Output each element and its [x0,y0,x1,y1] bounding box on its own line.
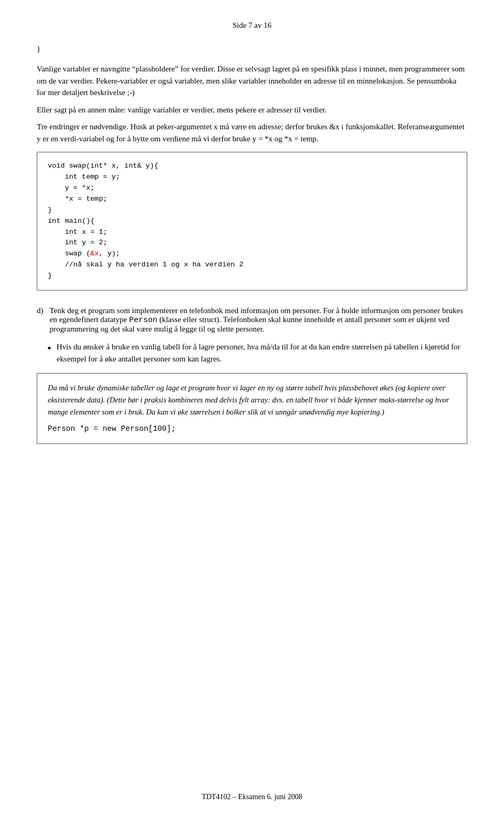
code-line-8: int y = 2; [48,237,456,249]
section-d-label: d) Tenk deg et program som implementerer… [37,306,467,334]
bullet-text: Hvis du ønsker å bruke en vanlig tabell … [57,341,467,366]
code-red-ampersand: &x [90,250,99,257]
code-line-5: } [48,205,456,216]
code-line-4: *x = temp; [48,194,456,205]
code-line-7: int x = 1; [48,227,456,238]
page-header: Side 7 av 16 [37,21,467,30]
intro-paragraph-1: Vanlige variabler er navngitte “plasshol… [37,63,467,99]
italic-box: Da må vi bruke dynamiske tabeller og lag… [37,373,467,444]
page-footer: TDT4102 – Eksamen 6. juni 2008 [0,793,504,801]
footer-text: TDT4102 – Eksamen 6. juni 2008 [202,793,302,801]
intro-paragraph-2: Eller sagt på en annen måte: vanlige var… [37,104,467,116]
code-line-9: swap (&x, y); [48,249,456,260]
italic-box-last-line: Person *p = new Person[100]; [48,422,456,435]
section-d-text: Tenk deg et program som implementerer en… [50,306,468,334]
closing-brace: } [37,45,467,54]
code-line-6: int main(){ [48,216,456,227]
italic-box-main-text: Da må vi bruke dynamiske tabeller og lag… [48,382,456,419]
section-d-code-word: Person [129,316,158,325]
section-d: d) Tenk deg et program som implementerer… [37,306,467,444]
code-line-2: int temp = y; [48,172,456,183]
intro-text: Vanlige variabler er navngitte “plasshol… [37,63,467,144]
intro-paragraph-3: Tre endringer er nødvendige. Husk at pek… [37,121,467,144]
bullet-dot: • [47,341,51,356]
italic-box-code: Person *p = new Person[100]; [48,424,176,432]
code-line-10: //nå skal y ha verdien 1 og x ha verdien… [48,260,456,271]
section-d-letter: d) [37,306,44,334]
code-line-1: void swap(int* x, int& y){ [48,161,456,172]
code-line-11: } [48,271,456,282]
italic-text-content: Da må vi bruke dynamiske tabeller og lag… [48,384,449,416]
page-number: Side 7 av 16 [233,21,272,29]
code-line-3: y = *x; [48,183,456,194]
code-block: void swap(int* x, int& y){ int temp = y;… [37,152,467,291]
bullet-item: • Hvis du ønsker å bruke en vanlig tabel… [47,341,467,366]
page: Side 7 av 16 } Vanlige variabler er navn… [0,0,504,817]
italic-code-text: Person *p = new Person[100]; [48,425,176,433]
